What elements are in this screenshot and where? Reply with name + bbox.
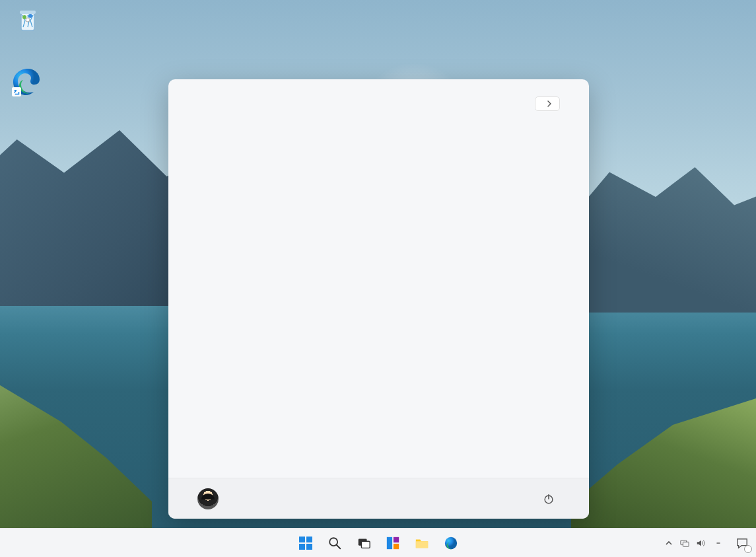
svg-rect-9	[306, 537, 312, 542]
svg-rect-16	[386, 537, 392, 548]
svg-rect-15	[361, 541, 370, 548]
svg-rect-8	[299, 537, 305, 542]
folder-icon	[415, 536, 429, 550]
svg-point-3	[28, 14, 32, 18]
wallpaper-shore	[0, 385, 152, 531]
recycle-bin-icon	[13, 5, 42, 34]
taskbar-edge[interactable]	[438, 531, 464, 556]
taskbar	[0, 528, 756, 557]
svg-rect-1	[20, 11, 36, 14]
tray-chevron-up-icon[interactable]	[664, 538, 674, 548]
desktop-icon-edge[interactable]	[3, 66, 53, 98]
user-account-button[interactable]	[197, 488, 226, 509]
power-icon	[543, 493, 555, 505]
svg-rect-18	[393, 543, 398, 548]
ime-mode-indicator[interactable]	[716, 542, 720, 544]
widgets-icon	[386, 536, 400, 550]
edge-icon	[13, 66, 42, 95]
network-icon[interactable]	[679, 538, 690, 548]
notification-center-button[interactable]	[734, 535, 751, 552]
taskbar-search-button[interactable]	[322, 531, 347, 556]
search-icon	[327, 536, 342, 550]
svg-rect-10	[299, 544, 305, 550]
taskbar-file-explorer[interactable]	[409, 531, 434, 556]
power-button[interactable]	[537, 488, 560, 510]
taskbar-widgets-button[interactable]	[380, 531, 405, 556]
svg-rect-11	[306, 544, 312, 550]
start-menu	[168, 79, 589, 519]
avatar-icon	[197, 488, 219, 509]
svg-rect-17	[393, 537, 398, 542]
svg-rect-22	[683, 542, 689, 546]
taskbar-task-view-button[interactable]	[351, 531, 376, 556]
svg-point-20	[444, 537, 456, 548]
wallpaper-shore	[571, 398, 756, 531]
taskbar-start-button[interactable]	[293, 531, 318, 556]
svg-rect-5	[12, 87, 21, 96]
desktop-icon-recycle-bin[interactable]	[3, 5, 53, 37]
svg-line-13	[336, 544, 340, 548]
system-tray[interactable]	[664, 538, 720, 548]
windows-logo-icon	[298, 535, 314, 551]
notification-badge	[744, 545, 752, 553]
chevron-right-icon	[546, 100, 553, 107]
edge-icon	[444, 536, 458, 550]
desktop	[0, 0, 756, 557]
svg-rect-19	[415, 541, 427, 548]
all-apps-button[interactable]	[535, 96, 560, 111]
task-view-icon	[357, 536, 371, 550]
svg-point-4	[26, 18, 30, 22]
volume-icon[interactable]	[695, 538, 706, 548]
